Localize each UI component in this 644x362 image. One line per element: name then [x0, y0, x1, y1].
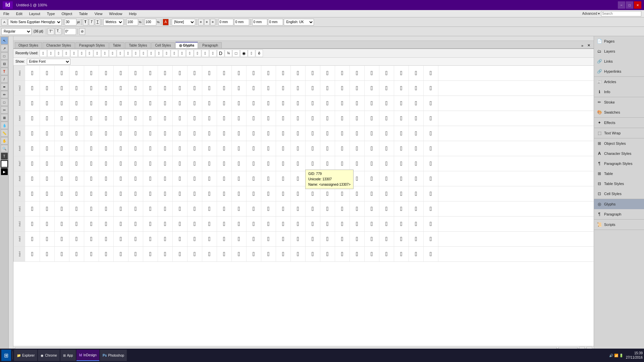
glyph-cell[interactable]: 𓁈	[261, 96, 276, 111]
glyph-cell[interactable]: 𓁒	[409, 96, 424, 111]
glyph-cell[interactable]: 𓀐	[261, 66, 276, 80]
glyph-cell[interactable]: 𓁌	[320, 96, 335, 111]
glyph-cell[interactable]: 𓃛	[365, 171, 379, 186]
glyph-cell[interactable]: 𓀯	[306, 81, 320, 96]
glyph-cell[interactable]: 𓅄	[261, 232, 276, 246]
glyph-cell[interactable]: 𓀖	[350, 66, 365, 80]
glyph-cell[interactable]: 𓀷	[424, 81, 438, 96]
glyph-cell[interactable]: 𓃻	[424, 186, 438, 201]
glyph-cell[interactable]: 𓁘	[84, 111, 99, 126]
width-input[interactable]	[252, 19, 267, 25]
angle-input[interactable]	[64, 28, 76, 35]
glyph-cell[interactable]: 𓃿	[69, 201, 84, 216]
recent-glyph-26[interactable]: □	[232, 50, 240, 57]
glyph-cell[interactable]: 𓅉	[335, 232, 350, 246]
tab-table[interactable]: Table	[109, 42, 125, 48]
glyph-cell[interactable]: 𓄝	[99, 217, 114, 231]
align-right-btn[interactable]: ≡	[210, 19, 216, 25]
glyph-cell[interactable]: 𓁫	[365, 111, 379, 126]
glyph-cell[interactable]: 𓄒	[350, 201, 365, 216]
right-item-paragraph[interactable]: ¶ Paragraph	[594, 209, 644, 219]
glyph-cell[interactable]: 𓃙	[335, 171, 350, 186]
glyph-cell[interactable]: 𓂩	[40, 156, 55, 171]
glyph-cell[interactable]: 𓂬	[84, 156, 99, 171]
glyph-cell[interactable]: 𓀊	[173, 66, 187, 80]
recent-glyph-18[interactable]: 𓎛	[171, 50, 178, 57]
glyph-cell[interactable]: 𓄭	[335, 217, 350, 231]
recent-glyph-20[interactable]: 𓋴	[186, 50, 194, 57]
glyph-cell[interactable]: 𓂟	[306, 141, 320, 156]
glyph-cell[interactable]: 𓁴	[84, 126, 99, 141]
glyph-cell[interactable]: 𓄦	[232, 217, 247, 231]
glyph-cell[interactable]: 𓂧	[424, 141, 438, 156]
glyph-cell[interactable]: 𓂖	[173, 141, 187, 156]
right-item-glyphs[interactable]: ◎ Glyphs	[594, 199, 644, 209]
glyph-cell[interactable]: 𓁣	[247, 111, 261, 126]
recent-glyph-19[interactable]: 𓐝	[178, 50, 186, 57]
glyph-cell[interactable]: 𓅐	[25, 247, 40, 261]
glyph-cell[interactable]: 𓃒	[232, 171, 247, 186]
glyph-cell[interactable]: 𓀥	[158, 81, 173, 96]
glyph-cell[interactable]: 𓀋	[187, 66, 202, 80]
glyph-cell[interactable]: 𓄱	[394, 217, 409, 231]
glyph-cell[interactable]: 𓂀	[261, 126, 276, 141]
glyph-cell[interactable]: 𓂏	[69, 141, 84, 156]
glyph-cell[interactable]: 𓂉	[394, 126, 409, 141]
glyph-cell[interactable]: 𓁧	[306, 111, 320, 126]
glyph-cell[interactable]: 𓄪	[291, 217, 306, 231]
menu-item-view[interactable]: View	[91, 11, 106, 16]
recent-glyph-8[interactable]: 𓊃	[94, 50, 101, 57]
glyph-cell[interactable]: 𓃷	[365, 186, 379, 201]
glyph-cell[interactable]: 𓀡	[99, 81, 114, 96]
glyph-cell[interactable]: 𓀿	[128, 96, 143, 111]
glyph-cell[interactable]: 𓁺	[173, 126, 187, 141]
glyph-cell[interactable]: 𓃫	[187, 186, 202, 201]
right-item-hyperlinks[interactable]: 🔗 Hyperlinks	[594, 66, 644, 76]
recent-glyph-16[interactable]: 𓅱	[155, 50, 163, 57]
glyph-cell[interactable]: 𓄘	[25, 217, 40, 231]
glyph-cell[interactable]: 𓄁	[99, 201, 114, 216]
glyph-cell[interactable]: 𓁵	[99, 126, 114, 141]
glyph-cell[interactable]: 𓁜	[143, 111, 158, 126]
glyph-cell[interactable]: 𓂪	[55, 156, 69, 171]
glyph-cell[interactable]: 𓅨	[379, 247, 394, 261]
glyph-cell[interactable]: 𓄾	[173, 232, 187, 246]
glyph-cell[interactable]: 𓁍	[335, 96, 350, 111]
glyph-cell[interactable]: 𓀎	[232, 66, 247, 80]
glyph-cell[interactable]: 𓄷	[69, 232, 84, 246]
glyph-cell[interactable]: 𓀻	[69, 96, 84, 111]
right-item-layers[interactable]: 🗂 Layers	[594, 46, 644, 56]
glyph-cell[interactable]: 𓁐	[379, 96, 394, 111]
glyph-cell[interactable]: 𓄧	[247, 217, 261, 231]
glyph-cell[interactable]: 𓀔	[320, 66, 335, 80]
glyph-cell[interactable]: 𓃌	[143, 171, 158, 186]
font-name-select[interactable]: Noto Sans Egyptian Hieroglyph	[8, 19, 62, 25]
glyph-cell[interactable]: 𓀦	[173, 81, 187, 96]
glyph-cell[interactable]: 𓀴	[379, 81, 394, 96]
glyph-cell[interactable]: 𓄐	[320, 201, 335, 216]
glyph-cell[interactable]: 𓃴	[320, 186, 335, 201]
glyph-cell[interactable]: 𓁎	[350, 96, 365, 111]
glyph-cell[interactable]: 𓀺	[55, 96, 69, 111]
glyph-cell[interactable]: 𓀞	[55, 81, 69, 96]
tool-type[interactable]: T	[1, 68, 8, 75]
tab-character-styles[interactable]: Character Styles	[43, 42, 75, 48]
glyph-cell[interactable]: 𓄢	[173, 217, 187, 231]
glyph-cell[interactable]: 𓁖	[55, 111, 69, 126]
glyph-cell[interactable]: 𓁷	[128, 126, 143, 141]
glyph-cell[interactable]: 𓁙	[99, 111, 114, 126]
glyph-cell[interactable]: 𓀩	[217, 81, 232, 96]
glyph-cell[interactable]: 𓃗	[306, 171, 320, 186]
glyph-cell[interactable]: 𓃃	[424, 156, 438, 171]
glyph-cell[interactable]: 𓄴	[25, 232, 40, 246]
tab-paragraph-styles[interactable]: Paragraph Styles	[75, 42, 109, 48]
glyph-cell[interactable]: 𓂂	[291, 126, 306, 141]
show-font-select[interactable]: Entire Font	[27, 59, 70, 65]
glyph-cell[interactable]: 𓅠	[261, 247, 276, 261]
glyph-cell[interactable]: 𓄙	[40, 217, 55, 231]
recent-glyph-24[interactable]: D	[217, 50, 224, 57]
glyph-cell[interactable]: 𓂆	[350, 126, 365, 141]
glyph-cell[interactable]: 𓄺	[114, 232, 128, 246]
tool-selection[interactable]: ↖	[1, 37, 8, 44]
glyph-cell[interactable]: 𓀙	[394, 66, 409, 80]
